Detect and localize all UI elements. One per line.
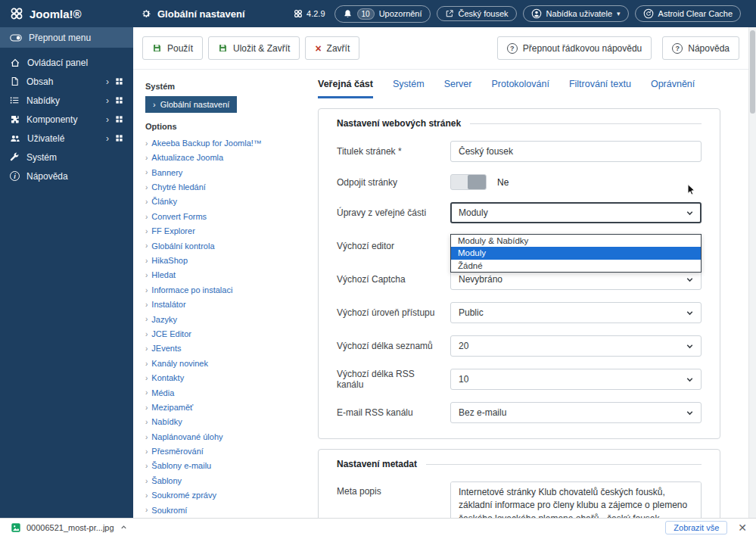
subnav-item[interactable]: › Mezipaměť (145, 400, 301, 415)
inline-help-button[interactable]: ? Přepnout řádkovou nápovědu (497, 36, 652, 60)
download-item[interactable]: 00006521_most-pr...jpg (6, 521, 132, 534)
dropdown-option[interactable]: Žádné (451, 260, 701, 272)
close-button[interactable]: × Zavřít (305, 36, 359, 60)
notifications-button[interactable]: 10 Upozornění (334, 5, 431, 23)
field-label: Úpravy z veřejné části (337, 207, 450, 218)
subnav-item[interactable]: › Šablony e-mailu (145, 460, 301, 474)
dashboard-shortcut-icon[interactable] (115, 77, 123, 86)
chevron-up-icon[interactable] (120, 523, 128, 531)
preview-site-button[interactable]: Český fousek (437, 6, 517, 21)
scrollbar-thumb[interactable] (750, 30, 755, 114)
subnav-item[interactable]: › Informace po instalaci (145, 283, 301, 298)
sidebar-item-content[interactable]: Obsah › (0, 72, 133, 91)
puzzle-icon (10, 114, 20, 124)
feed-email-select[interactable]: Bez e-mailu (450, 402, 702, 423)
chevron-right-icon: › (145, 198, 148, 206)
subnav-item[interactable]: › Soukromé zprávy (145, 488, 301, 503)
subnav-item[interactable]: › JCE Editor (145, 327, 301, 341)
tab-system[interactable]: Systém (393, 79, 425, 98)
sidebar-item-label: Nabídky (26, 95, 60, 106)
subnav-item[interactable]: › Nabídky (145, 415, 301, 429)
chevron-down-icon (685, 208, 695, 218)
subnav-item[interactable]: › Kanály novinek (145, 357, 301, 371)
subnav-item[interactable]: › Globální kontrola (145, 239, 301, 254)
sidebar-toggle-label: Přepnout menu (29, 33, 91, 43)
subnav-item-label: Hledat (151, 270, 176, 282)
subnav-item[interactable]: › HikaShop (145, 254, 301, 268)
field-label: Výchozí editor (337, 241, 450, 251)
feed-length-select[interactable]: 10 (450, 369, 702, 390)
chevron-right-icon: › (145, 184, 148, 192)
access-level-select[interactable]: Public (450, 302, 702, 323)
dashboard-shortcut-icon[interactable] (115, 134, 123, 142)
field-label: Titulek stránek * (337, 146, 450, 157)
dropdown-option-selected[interactable]: Moduly (451, 247, 701, 259)
subnav-item-label: Convert Forms (151, 211, 207, 223)
chevron-down-icon (685, 408, 695, 418)
site-settings-legend: Nastavení webových stránek (337, 118, 702, 129)
sidebar-toggle[interactable]: Přepnout menu (0, 27, 133, 48)
subnav-item[interactable]: › Chytré hledání (145, 180, 301, 195)
subnav-item[interactable]: › Akeeba Backup for Joomla!™ (145, 136, 301, 151)
sidebar-item-help[interactable]: i Nápověda (0, 167, 133, 185)
chevron-right-icon: › (145, 434, 148, 441)
select-value: 10 (459, 374, 468, 385)
subnav-item[interactable]: › Naplánované úlohy (145, 430, 301, 444)
subnav-active-label: Globální nastavení (160, 100, 230, 109)
sidebar-item-users[interactable]: Uživatelé › (0, 129, 133, 148)
meta-description-textarea[interactable]: Internetové stránky Klub chovatelů český… (450, 481, 702, 518)
tab-site[interactable]: Veřejná část (318, 79, 373, 98)
sidebar-item-components[interactable]: Komponenty › (0, 110, 133, 129)
subnav-item-global-configuration[interactable]: › Globální nastavení (145, 96, 237, 113)
dashboard-shortcut-icon[interactable] (115, 96, 123, 104)
close-downloads-icon[interactable]: ✕ (735, 522, 750, 534)
subnav-item[interactable]: › Kontakty (145, 371, 301, 385)
tab-text-filters[interactable]: Filtrování textu (569, 79, 631, 98)
chevron-right-icon: › (145, 316, 148, 323)
subnav-item[interactable]: › Jazyky (145, 313, 301, 327)
subnav-item[interactable]: › Hledat (145, 269, 301, 283)
chevron-right-icon: › (145, 389, 148, 397)
subnav-item[interactable]: › Aktualizace Joomla (145, 151, 301, 165)
subnav-item[interactable]: › Bannery (145, 166, 301, 180)
clear-cache-label: Astroid Clear Cache (658, 9, 733, 18)
subnav-item[interactable]: › Convert Forms (145, 210, 301, 224)
chevron-right-icon: › (145, 169, 148, 176)
field-row-feed-length: Výchozí délka RSS kanálu 10 (337, 369, 702, 390)
dashboard-shortcut-icon[interactable] (115, 115, 123, 123)
sidebar-item-dashboard[interactable]: Ovládací panel (0, 53, 133, 72)
chevron-right-icon: › (145, 242, 148, 250)
tab-server[interactable]: Server (444, 79, 472, 98)
subnav-item[interactable]: › Média (145, 386, 301, 400)
field-label: Výchozí délka RSS kanálu (337, 369, 450, 390)
site-name-input[interactable] (450, 141, 702, 162)
dropdown-option[interactable]: Moduly & Nabídky (451, 235, 701, 247)
tab-permissions[interactable]: Oprávnění (651, 79, 695, 98)
subnav-item[interactable]: › JEvents (145, 341, 301, 356)
subnav-item-label: JEvents (151, 343, 181, 355)
save-icon (152, 43, 162, 53)
save-close-button[interactable]: Uložit & Zavřít (208, 36, 300, 60)
list-length-select[interactable]: 20 (450, 335, 702, 357)
show-all-downloads-button[interactable]: Zobrazit vše (665, 521, 727, 534)
subnav-item[interactable]: › Šablony (145, 474, 301, 488)
subnav-item[interactable]: › Články (145, 195, 301, 210)
subnav-item[interactable]: › Soukromí (145, 503, 301, 518)
metadata-card: Nastavení metadat Meta popis Internetové… (318, 449, 720, 518)
offline-toggle[interactable] (450, 174, 487, 190)
sidebar-item-menus[interactable]: Nabídky › (0, 91, 133, 110)
select-value: Bez e-mailu (459, 407, 506, 418)
subnav-item[interactable]: › Instalátor (145, 298, 301, 312)
clear-cache-button[interactable]: Astroid Clear Cache (635, 5, 741, 22)
frontend-editing-select[interactable]: Moduly (450, 202, 702, 223)
select-value: Nevybráno (459, 274, 502, 285)
joomla-logo[interactable]: Joomla!® (0, 7, 133, 20)
apply-button[interactable]: Použít (142, 36, 203, 60)
subnav-item[interactable]: › FF Explorer (145, 224, 301, 238)
help-button[interactable]: ? Nápověda (662, 36, 739, 60)
user-menu-button[interactable]: Nabídka uživatele ▾ (523, 5, 629, 22)
subnav-item[interactable]: › Přesměrování (145, 444, 301, 459)
field-control (450, 141, 702, 162)
tab-logging[interactable]: Protokolování (491, 79, 549, 98)
sidebar-item-system[interactable]: Systém (0, 148, 133, 167)
